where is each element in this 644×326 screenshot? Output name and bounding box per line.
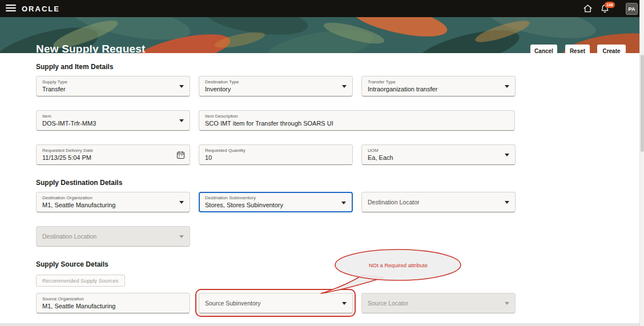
- uom-field[interactable]: UOM Ea, Each: [361, 144, 516, 165]
- home-button[interactable]: [581, 3, 594, 14]
- field-value: Ea, Each: [368, 154, 500, 162]
- page-title: New Supply Request: [36, 43, 146, 53]
- section-heading-destination: Supply Destination Details: [36, 179, 122, 187]
- field-value: M1, Seattle Manufacturing: [42, 202, 175, 209]
- source-locator-field: Source Locator: [361, 293, 516, 313]
- chevron-down-icon[interactable]: [179, 201, 184, 204]
- supply-type-field[interactable]: Supply Type Transfer: [36, 76, 190, 96]
- field-label: Transfer Type: [368, 79, 500, 85]
- reset-button[interactable]: Reset: [565, 45, 590, 53]
- transfer-type-field[interactable]: Transfer Type Intraorganization transfer: [361, 76, 516, 96]
- field-label: Destination Type: [205, 79, 337, 85]
- field-value: Intraorganization transfer: [368, 86, 500, 93]
- field-label: UOM: [368, 148, 500, 154]
- field-label: Item Description: [205, 114, 509, 119]
- chevron-down-icon: [179, 235, 184, 238]
- page-header-banner: New Supply Request Cancel Reset Create: [0, 17, 639, 53]
- field-label: Destination Subinventory: [205, 195, 337, 201]
- chevron-down-icon[interactable]: [505, 154, 509, 156]
- chevron-down-icon[interactable]: [505, 85, 509, 88]
- chevron-down-icon[interactable]: [179, 119, 184, 122]
- field-label: Source Locator: [368, 300, 500, 307]
- chevron-down-icon[interactable]: [342, 85, 347, 88]
- field-label: Source Organization: [42, 296, 184, 302]
- field-label: Destination Location: [42, 233, 175, 240]
- field-value: 10: [205, 154, 347, 162]
- source-organization-field[interactable]: Source Organization M1, Seattle Manufact…: [36, 293, 190, 313]
- requested-delivery-date-field[interactable]: Requested Delivery Date 11/13/25 5:04 PM: [36, 144, 190, 165]
- chevron-down-icon[interactable]: [179, 85, 184, 88]
- field-value: DOS-IMT-Trfr-MM3: [42, 120, 175, 127]
- destination-subinventory-field[interactable]: Destination Subinventory Stores, Stores …: [199, 192, 353, 212]
- field-label: Destination Locator: [368, 199, 500, 206]
- requested-quantity-field[interactable]: Requested Quantity 10: [199, 144, 353, 165]
- top-navigation-bar: ORACLE 108 PA: [0, 0, 639, 17]
- destination-organization-field[interactable]: Destination Organization M1, Seattle Man…: [36, 192, 190, 212]
- field-value: SCO IMT item for Transfer through SOARS …: [205, 120, 509, 127]
- horizontal-scrollbar[interactable]: [0, 323, 639, 326]
- calendar-icon[interactable]: [176, 151, 185, 159]
- source-subinventory-field[interactable]: Source Subinventory: [199, 293, 353, 313]
- oracle-logo: ORACLE: [22, 5, 60, 13]
- vertical-scrollbar[interactable]: [639, 0, 644, 326]
- chevron-down-icon[interactable]: [342, 302, 347, 305]
- home-icon: [583, 4, 593, 13]
- field-value: Transfer: [42, 86, 175, 93]
- field-value: 11/13/25 5:04 PM: [42, 154, 175, 162]
- field-value: Inventory: [205, 86, 337, 93]
- field-label: Source Subinventory: [205, 300, 337, 307]
- notification-badge: 108: [605, 2, 615, 8]
- destination-location-field: Destination Location: [36, 226, 190, 247]
- field-label: Requested Quantity: [205, 148, 347, 154]
- destination-type-field[interactable]: Destination Type Inventory: [199, 76, 353, 96]
- avatar[interactable]: PA: [626, 3, 638, 15]
- destination-locator-field[interactable]: Destination Locator: [361, 192, 516, 212]
- chevron-down-icon[interactable]: [505, 201, 509, 204]
- section-heading-supply-item: Supply and Item Details: [36, 63, 113, 71]
- field-label: Destination Organization: [42, 195, 175, 201]
- cancel-button[interactable]: Cancel: [530, 45, 557, 53]
- field-label: Supply Type: [42, 79, 175, 85]
- chevron-down-icon: [505, 302, 509, 305]
- section-heading-source: Supply Source Details: [36, 260, 108, 268]
- field-label: Item: [42, 114, 175, 119]
- chevron-down-icon[interactable]: [341, 202, 346, 204]
- item-description-field[interactable]: Item Description SCO IMT item for Transf…: [199, 110, 515, 131]
- item-field[interactable]: Item DOS-IMT-Trfr-MM3: [36, 110, 190, 131]
- vertical-scrollbar-thumb[interactable]: [641, 55, 644, 152]
- application-window: ORACLE 108 PA: [0, 0, 644, 326]
- field-value: M1, Seattle Manufacturing: [42, 303, 184, 310]
- recommended-supply-sources-button[interactable]: Recommended Supply Sources: [36, 275, 125, 287]
- field-label: Requested Delivery Date: [42, 148, 175, 154]
- annotation-text: NOt a Required attribute: [343, 262, 454, 268]
- field-value: Stores, Stores Subinventory: [205, 202, 337, 209]
- create-button[interactable]: Create: [597, 45, 626, 53]
- hamburger-menu-icon[interactable]: [6, 5, 16, 13]
